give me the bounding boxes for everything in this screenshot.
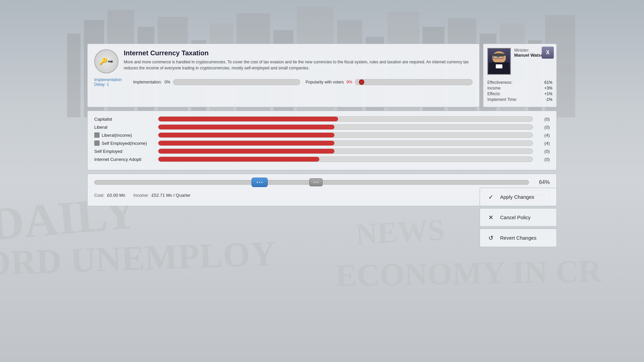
voter-row-liberal-income: Liberal(Income) (4) [94, 132, 550, 138]
thumb-dot-2 [259, 182, 260, 183]
popularity-section: Popularity with voters 9% [306, 79, 473, 85]
minister-portrait [487, 48, 511, 75]
voter-value-liberal-income: (4) [536, 133, 550, 138]
close-button[interactable]: X [542, 47, 554, 59]
stat-effectiveness-label: Effectiveness: [487, 80, 512, 85]
voter-row-self-employed-income: Self Employed(Income) (4) [94, 140, 550, 146]
voter-value-internet-currency: (0) [536, 157, 550, 162]
gray-thumb-dot-3 [317, 182, 319, 183]
stat-implement-time: Implement Time: -1% [487, 97, 552, 102]
capitalist-text: Capitalist [94, 117, 112, 122]
self-employed-income-icon [94, 140, 100, 146]
currency-icon: 🔑➡ [99, 57, 113, 65]
thumb-dot-1 [257, 182, 258, 183]
stat-implement-time-value: -1% [545, 97, 552, 102]
cancel-policy-button[interactable]: ✕ Cancel Policy [480, 208, 557, 227]
voter-label-liberal-income: Liberal(Income) [94, 132, 155, 138]
voter-value-self-employed-income: (4) [536, 141, 550, 146]
slider-thumb-blue[interactable] [252, 178, 268, 187]
apply-changes-label: Apply Changes [500, 194, 534, 200]
cancel-policy-label: Cancel Policy [500, 215, 531, 220]
slider-thumb-gray[interactable] [309, 178, 323, 186]
voter-bar-fill-liberal [158, 125, 334, 129]
stat-income-label: Income [487, 86, 500, 90]
policy-icon: 🔑➡ [94, 49, 118, 73]
income-value: £52.71 Mn / Quarter [152, 193, 191, 198]
revert-changes-label: Revert Changes [500, 235, 536, 241]
minister-label: Minister: [514, 48, 546, 53]
self-employed-income-text: Self Employed(Income) [102, 141, 147, 146]
voter-label-liberal: Liberal [94, 125, 155, 130]
voter-support-panel: Capitalist (0) Liberal (0) Liberal(Incom… [87, 111, 557, 170]
stat-effectiveness: Effectiveness: 61% [487, 80, 552, 85]
voter-bar-fill-self-employed [158, 149, 334, 154]
policy-description: More and more commerce is handled in cry… [124, 59, 473, 71]
impl-delay-value: Delay: 1 [94, 82, 128, 87]
voter-bar-capitalist [158, 116, 533, 122]
stat-effects-value: +1% [544, 92, 552, 96]
voter-value-self-employed: (0) [536, 149, 550, 154]
liberal-income-text: Liberal(Income) [102, 133, 132, 138]
policy-title-section: Internet Currency Taxation More and more… [124, 49, 473, 71]
voter-bar-liberal-income [158, 132, 533, 138]
voter-bar-fill-internet-currency [158, 157, 319, 162]
voter-bar-fill-capitalist [158, 117, 338, 121]
checkmark-icon: ✓ [485, 192, 496, 202]
slider-percentage: 64% [533, 179, 550, 185]
minister-glasses-shape [493, 55, 505, 57]
voter-row-liberal: Liberal (0) [94, 124, 550, 130]
minister-box: X M [483, 44, 557, 107]
minister-stats: Effectiveness: 61% Income +3% Effects: +… [487, 80, 552, 102]
voter-bar-fill-self-employed-income [158, 141, 334, 145]
revert-changes-button[interactable]: ↺ Revert Changes [480, 229, 557, 247]
slider-row: 64% [94, 179, 550, 185]
voter-value-capitalist: (0) [536, 117, 550, 122]
policy-panel: 🔑➡ Internet Currency Taxation More and m… [87, 44, 557, 107]
apply-changes-button[interactable]: ✓ Apply Changes [480, 188, 557, 206]
implementation-delay: Implementation Delay: 1 [94, 77, 128, 87]
popularity-label: Popularity with voters [306, 80, 344, 84]
liberal-text: Liberal [94, 125, 107, 130]
self-employed-text: Self Employed [94, 149, 122, 154]
stat-effects-label: Effects: [487, 92, 501, 96]
voter-row-internet-currency: Internet Currency Adopti (0) [94, 157, 550, 162]
cancel-icon: ✕ [485, 212, 496, 223]
voter-value-liberal: (0) [536, 125, 550, 130]
liberal-income-icon [94, 132, 100, 138]
implementation-bar[interactable] [173, 79, 300, 85]
voter-label-capitalist: Capitalist [94, 117, 155, 122]
voter-bar-internet-currency [158, 157, 533, 162]
voter-label-self-employed-income: Self Employed(Income) [94, 140, 155, 146]
voter-bar-fill-liberal-income [158, 133, 334, 137]
main-container: 🔑➡ Internet Currency Taxation More and m… [87, 44, 557, 206]
cost-value: £0.00 Mn [107, 193, 125, 198]
minister-body-shape [489, 62, 509, 74]
voter-label-self-employed: Self Employed [94, 149, 155, 154]
impl-delay-label: Implementation [94, 77, 128, 82]
voter-bar-self-employed [158, 148, 533, 154]
impl-pct: 0% [164, 80, 170, 84]
newspaper-text-news: NEWS [355, 212, 445, 251]
stat-income-value: +3% [544, 86, 552, 90]
minister-name-section: Minister: Manuel Watson [514, 48, 546, 77]
voter-bar-liberal [158, 124, 533, 130]
revert-icon: ↺ [485, 233, 496, 243]
policy-title: Internet Currency Taxation [124, 49, 473, 57]
income-label: Income: [133, 193, 149, 198]
stat-effectiveness-value: 61% [544, 80, 552, 85]
svg-rect-0 [67, 34, 80, 117]
popularity-pct: 9% [346, 80, 352, 84]
action-buttons: ✓ Apply Changes ✕ Cancel Policy ↺ Revert… [480, 188, 557, 247]
popularity-bar[interactable] [355, 79, 473, 85]
newspaper-text-economy: ECONOMY IN CR [335, 252, 602, 294]
stat-effects: Effects: +1% [487, 92, 552, 96]
income-row: Income: £52.71 Mn / Quarter [133, 193, 191, 198]
gray-thumb-dot-2 [315, 182, 317, 183]
policy-slider[interactable] [94, 180, 529, 185]
stat-income: Income +3% [487, 86, 552, 90]
stat-implement-time-label: Implement Time: [487, 97, 517, 102]
voter-row-capitalist: Capitalist (0) [94, 116, 550, 122]
minister-name: Manuel Watson [514, 53, 546, 58]
policy-info-box: 🔑➡ Internet Currency Taxation More and m… [87, 44, 480, 107]
voter-bar-self-employed-income [158, 140, 533, 146]
